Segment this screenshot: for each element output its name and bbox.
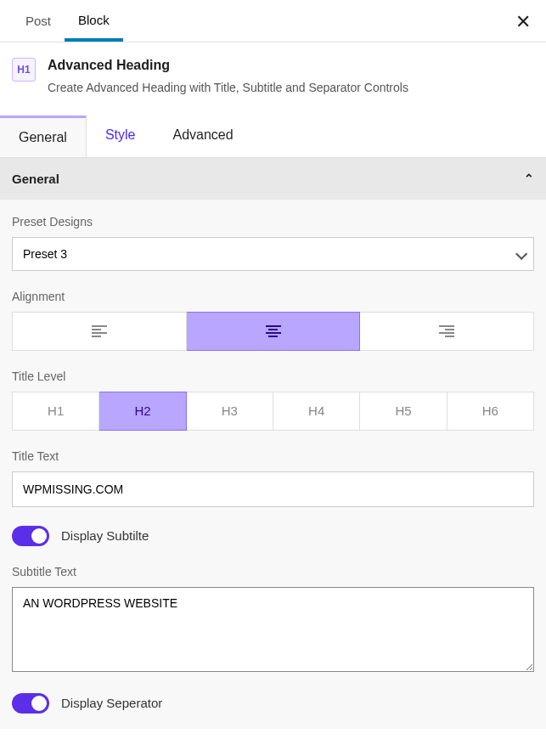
tab-block[interactable]: Block	[65, 0, 123, 42]
title-text-label: Title Text	[12, 449, 534, 463]
display-subtitle-label: Display Subtilte	[61, 528, 149, 543]
alignment-label: Alignment	[12, 290, 534, 303]
sub-tabs: General Style Advanced	[0, 116, 546, 158]
title-text-input[interactable]	[12, 471, 534, 507]
heading-icon: H1	[12, 58, 36, 82]
h3-button[interactable]: H3	[187, 392, 273, 431]
title-level-label: Title Level	[12, 370, 534, 383]
display-separator-label: Display Seperator	[61, 696, 162, 710]
block-title: Advanced Heading	[48, 58, 408, 73]
preset-select[interactable]: Preset 3	[12, 237, 534, 271]
subtitle-text-input[interactable]	[12, 587, 534, 672]
alignment-group	[12, 312, 534, 351]
section-general-header[interactable]: General ⌃	[0, 158, 546, 200]
tab-post[interactable]: Post	[12, 1, 65, 42]
h6-button[interactable]: H6	[447, 392, 534, 431]
display-separator-row: Display Seperator	[12, 693, 534, 714]
align-center-button[interactable]	[187, 312, 361, 351]
close-icon[interactable]: ✕	[515, 11, 531, 33]
title-level-group: H1 H2 H3 H4 H5 H6	[12, 392, 534, 431]
h2-button[interactable]: H2	[99, 392, 186, 431]
top-tabs: Post Block ✕	[0, 0, 546, 42]
align-right-button[interactable]	[360, 312, 534, 351]
display-subtitle-toggle[interactable]	[12, 526, 49, 546]
display-subtitle-row: Display Subtilte	[12, 526, 534, 546]
block-header-text: Advanced Heading Create Advanced Heading…	[48, 58, 408, 97]
block-description: Create Advanced Heading with Title, Subt…	[48, 80, 408, 97]
subtab-style[interactable]: Style	[87, 116, 155, 157]
subtab-advanced[interactable]: Advanced	[155, 116, 252, 157]
h4-button[interactable]: H4	[273, 392, 360, 431]
h5-button[interactable]: H5	[360, 392, 447, 431]
h1-button[interactable]: H1	[12, 392, 99, 431]
block-settings-panel: Post Block ✕ H1 Advanced Heading Create …	[0, 0, 546, 729]
block-header: H1 Advanced Heading Create Advanced Head…	[0, 42, 546, 116]
align-right-icon	[439, 325, 454, 337]
align-left-button[interactable]	[12, 312, 187, 351]
subtab-general[interactable]: General	[0, 116, 87, 157]
section-general-body: Preset Designs Preset 3 Alignment Title …	[0, 200, 546, 729]
section-title: General	[12, 172, 59, 186]
preset-label: Preset Designs	[12, 215, 534, 228]
display-separator-toggle[interactable]	[12, 693, 49, 714]
align-left-icon	[92, 325, 107, 337]
subtitle-text-label: Subtitle Text	[12, 565, 534, 578]
preset-select-wrap: Preset 3	[12, 237, 534, 271]
chevron-up-icon: ⌃	[524, 172, 534, 185]
align-center-icon	[266, 325, 281, 337]
